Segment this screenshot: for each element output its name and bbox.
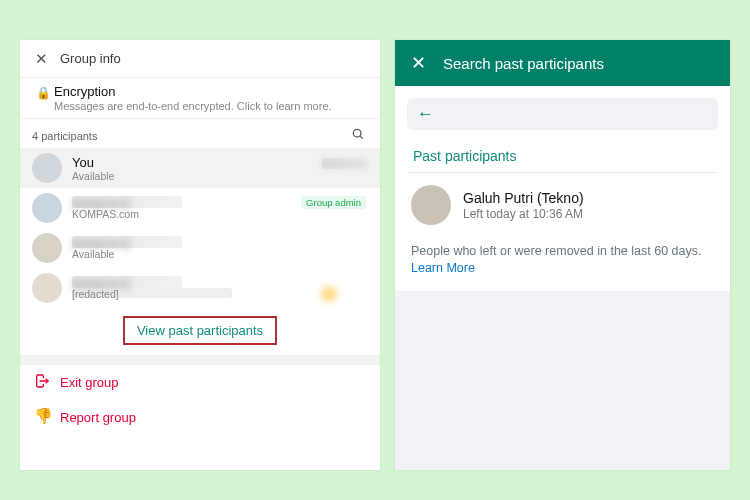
past-participant-name: Galuh Putri (Tekno) bbox=[463, 190, 584, 206]
exit-group-label: Exit group bbox=[60, 375, 119, 390]
encryption-row[interactable]: 🔒 Encryption Messages are end-to-end enc… bbox=[20, 78, 380, 119]
search-icon[interactable] bbox=[348, 127, 368, 144]
participants-list: You Available [redacted] [redacted] KOMP… bbox=[20, 148, 380, 308]
encryption-subtitle: Messages are end-to-end encrypted. Click… bbox=[54, 100, 332, 112]
group-info-header: ✕ Group info bbox=[20, 40, 380, 78]
participant-row[interactable]: [redacted] KOMPAS.com Group admin bbox=[20, 188, 380, 228]
view-past-participants-button[interactable]: View past participants bbox=[123, 316, 277, 345]
past-participant-left-time: Left today at 10:36 AM bbox=[463, 207, 584, 221]
view-past-participants-row: View past participants bbox=[20, 308, 380, 355]
blur-artifact bbox=[318, 286, 340, 302]
section-divider bbox=[20, 355, 380, 365]
participant-name: You bbox=[72, 155, 114, 170]
participant-row[interactable]: You Available [redacted] bbox=[20, 148, 380, 188]
participants-count: 4 participants bbox=[32, 130, 97, 142]
participants-header: 4 participants bbox=[20, 119, 380, 148]
participant-row[interactable]: [redacted] Available bbox=[20, 228, 380, 268]
participant-phone: [redacted] bbox=[322, 158, 366, 169]
participant-status: Available bbox=[72, 170, 114, 182]
admin-badge: Group admin bbox=[301, 196, 366, 209]
info-text: People who left or were removed in the l… bbox=[411, 244, 701, 258]
report-group-button[interactable]: 👍 Report group bbox=[20, 400, 380, 434]
avatar bbox=[411, 185, 451, 225]
avatar bbox=[32, 273, 62, 303]
avatar bbox=[32, 153, 62, 183]
group-info-panel: ✕ Group info 🔒 Encryption Messages are e… bbox=[20, 40, 380, 470]
participant-row[interactable]: [redacted] [redacted] bbox=[20, 268, 380, 308]
past-participants-header: ✕ Search past participants bbox=[395, 40, 730, 86]
svg-point-0 bbox=[353, 129, 361, 137]
past-participants-panel: ✕ Search past participants ← Past partic… bbox=[395, 40, 730, 470]
arrow-left-icon: ← bbox=[417, 104, 434, 124]
exit-group-button[interactable]: Exit group bbox=[20, 365, 380, 400]
participant-name: [redacted] bbox=[72, 276, 182, 288]
learn-more-link[interactable]: Learn More bbox=[411, 261, 475, 275]
report-group-label: Report group bbox=[60, 410, 136, 425]
past-participant-row[interactable]: Galuh Putri (Tekno) Left today at 10:36 … bbox=[395, 173, 730, 237]
participant-name: [redacted] bbox=[72, 236, 182, 248]
thumbs-down-icon: 👍 bbox=[34, 408, 60, 426]
past-participants-section-label: Past participants bbox=[395, 130, 730, 172]
search-back-bar[interactable]: ← bbox=[407, 98, 718, 130]
lock-icon: 🔒 bbox=[32, 84, 54, 100]
svg-line-1 bbox=[360, 136, 363, 139]
avatar bbox=[32, 193, 62, 223]
avatar bbox=[32, 233, 62, 263]
encryption-title: Encryption bbox=[54, 84, 332, 99]
past-participants-info: People who left or were removed in the l… bbox=[395, 237, 730, 291]
participant-name: [redacted] bbox=[72, 196, 182, 208]
close-icon[interactable]: ✕ bbox=[30, 50, 52, 68]
group-info-title: Group info bbox=[60, 51, 121, 66]
close-icon[interactable]: ✕ bbox=[407, 52, 429, 74]
empty-area bbox=[395, 291, 730, 470]
exit-icon bbox=[34, 373, 60, 392]
past-participants-title: Search past participants bbox=[443, 55, 604, 72]
